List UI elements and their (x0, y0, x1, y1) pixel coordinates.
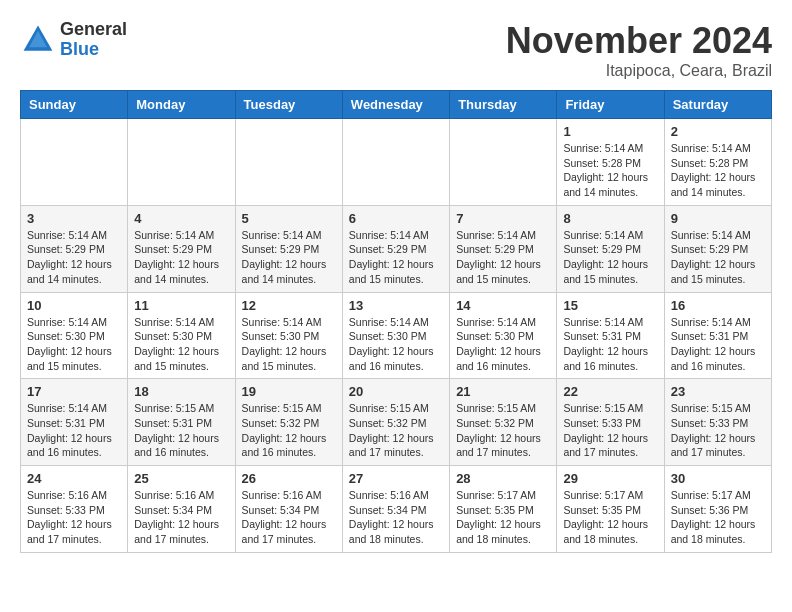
day-info: Sunrise: 5:14 AM Sunset: 5:29 PM Dayligh… (456, 228, 550, 287)
calendar-cell: 1Sunrise: 5:14 AM Sunset: 5:28 PM Daylig… (557, 119, 664, 206)
calendar-cell: 21Sunrise: 5:15 AM Sunset: 5:32 PM Dayli… (450, 379, 557, 466)
day-header-saturday: Saturday (664, 91, 771, 119)
calendar-week-row: 1Sunrise: 5:14 AM Sunset: 5:28 PM Daylig… (21, 119, 772, 206)
month-title: November 2024 (506, 20, 772, 62)
day-info: Sunrise: 5:14 AM Sunset: 5:30 PM Dayligh… (349, 315, 443, 374)
day-info: Sunrise: 5:15 AM Sunset: 5:33 PM Dayligh… (563, 401, 657, 460)
day-info: Sunrise: 5:15 AM Sunset: 5:32 PM Dayligh… (242, 401, 336, 460)
calendar-cell (128, 119, 235, 206)
calendar-cell: 16Sunrise: 5:14 AM Sunset: 5:31 PM Dayli… (664, 292, 771, 379)
day-info: Sunrise: 5:14 AM Sunset: 5:29 PM Dayligh… (134, 228, 228, 287)
day-number: 12 (242, 298, 336, 313)
day-number: 22 (563, 384, 657, 399)
calendar-cell: 6Sunrise: 5:14 AM Sunset: 5:29 PM Daylig… (342, 205, 449, 292)
day-number: 25 (134, 471, 228, 486)
day-info: Sunrise: 5:14 AM Sunset: 5:30 PM Dayligh… (456, 315, 550, 374)
day-info: Sunrise: 5:16 AM Sunset: 5:33 PM Dayligh… (27, 488, 121, 547)
location: Itapipoca, Ceara, Brazil (506, 62, 772, 80)
day-number: 10 (27, 298, 121, 313)
day-number: 1 (563, 124, 657, 139)
day-info: Sunrise: 5:15 AM Sunset: 5:33 PM Dayligh… (671, 401, 765, 460)
calendar-cell: 24Sunrise: 5:16 AM Sunset: 5:33 PM Dayli… (21, 466, 128, 553)
day-number: 28 (456, 471, 550, 486)
day-info: Sunrise: 5:14 AM Sunset: 5:31 PM Dayligh… (27, 401, 121, 460)
day-header-friday: Friday (557, 91, 664, 119)
calendar-table: SundayMondayTuesdayWednesdayThursdayFrid… (20, 90, 772, 553)
day-info: Sunrise: 5:15 AM Sunset: 5:32 PM Dayligh… (349, 401, 443, 460)
day-number: 9 (671, 211, 765, 226)
day-number: 6 (349, 211, 443, 226)
day-header-monday: Monday (128, 91, 235, 119)
day-number: 5 (242, 211, 336, 226)
calendar-cell (342, 119, 449, 206)
day-number: 17 (27, 384, 121, 399)
day-info: Sunrise: 5:14 AM Sunset: 5:29 PM Dayligh… (349, 228, 443, 287)
day-header-sunday: Sunday (21, 91, 128, 119)
calendar-cell: 30Sunrise: 5:17 AM Sunset: 5:36 PM Dayli… (664, 466, 771, 553)
calendar-cell: 23Sunrise: 5:15 AM Sunset: 5:33 PM Dayli… (664, 379, 771, 466)
day-header-tuesday: Tuesday (235, 91, 342, 119)
day-number: 11 (134, 298, 228, 313)
day-number: 15 (563, 298, 657, 313)
day-number: 24 (27, 471, 121, 486)
day-number: 27 (349, 471, 443, 486)
day-info: Sunrise: 5:14 AM Sunset: 5:31 PM Dayligh… (671, 315, 765, 374)
calendar-cell: 2Sunrise: 5:14 AM Sunset: 5:28 PM Daylig… (664, 119, 771, 206)
day-info: Sunrise: 5:15 AM Sunset: 5:32 PM Dayligh… (456, 401, 550, 460)
day-info: Sunrise: 5:14 AM Sunset: 5:29 PM Dayligh… (242, 228, 336, 287)
calendar-week-row: 3Sunrise: 5:14 AM Sunset: 5:29 PM Daylig… (21, 205, 772, 292)
day-info: Sunrise: 5:15 AM Sunset: 5:31 PM Dayligh… (134, 401, 228, 460)
calendar-cell: 29Sunrise: 5:17 AM Sunset: 5:35 PM Dayli… (557, 466, 664, 553)
day-info: Sunrise: 5:16 AM Sunset: 5:34 PM Dayligh… (242, 488, 336, 547)
calendar-cell (21, 119, 128, 206)
calendar-cell (450, 119, 557, 206)
day-number: 23 (671, 384, 765, 399)
calendar-cell: 3Sunrise: 5:14 AM Sunset: 5:29 PM Daylig… (21, 205, 128, 292)
calendar-cell: 17Sunrise: 5:14 AM Sunset: 5:31 PM Dayli… (21, 379, 128, 466)
page-header: General Blue November 2024 Itapipoca, Ce… (20, 20, 772, 80)
day-info: Sunrise: 5:14 AM Sunset: 5:29 PM Dayligh… (563, 228, 657, 287)
calendar-cell: 18Sunrise: 5:15 AM Sunset: 5:31 PM Dayli… (128, 379, 235, 466)
calendar-cell: 28Sunrise: 5:17 AM Sunset: 5:35 PM Dayli… (450, 466, 557, 553)
calendar-header-row: SundayMondayTuesdayWednesdayThursdayFrid… (21, 91, 772, 119)
day-number: 14 (456, 298, 550, 313)
day-info: Sunrise: 5:16 AM Sunset: 5:34 PM Dayligh… (134, 488, 228, 547)
day-info: Sunrise: 5:14 AM Sunset: 5:28 PM Dayligh… (563, 141, 657, 200)
calendar-cell: 22Sunrise: 5:15 AM Sunset: 5:33 PM Dayli… (557, 379, 664, 466)
title-block: November 2024 Itapipoca, Ceara, Brazil (506, 20, 772, 80)
logo-general-text: General (60, 20, 127, 40)
day-info: Sunrise: 5:14 AM Sunset: 5:28 PM Dayligh… (671, 141, 765, 200)
calendar-cell: 11Sunrise: 5:14 AM Sunset: 5:30 PM Dayli… (128, 292, 235, 379)
day-number: 16 (671, 298, 765, 313)
day-info: Sunrise: 5:17 AM Sunset: 5:35 PM Dayligh… (456, 488, 550, 547)
day-info: Sunrise: 5:14 AM Sunset: 5:30 PM Dayligh… (134, 315, 228, 374)
calendar-cell (235, 119, 342, 206)
day-info: Sunrise: 5:14 AM Sunset: 5:30 PM Dayligh… (27, 315, 121, 374)
day-number: 21 (456, 384, 550, 399)
day-info: Sunrise: 5:14 AM Sunset: 5:31 PM Dayligh… (563, 315, 657, 374)
calendar-week-row: 24Sunrise: 5:16 AM Sunset: 5:33 PM Dayli… (21, 466, 772, 553)
logo: General Blue (20, 20, 127, 60)
calendar-cell: 12Sunrise: 5:14 AM Sunset: 5:30 PM Dayli… (235, 292, 342, 379)
calendar-cell: 26Sunrise: 5:16 AM Sunset: 5:34 PM Dayli… (235, 466, 342, 553)
calendar-week-row: 10Sunrise: 5:14 AM Sunset: 5:30 PM Dayli… (21, 292, 772, 379)
day-info: Sunrise: 5:14 AM Sunset: 5:30 PM Dayligh… (242, 315, 336, 374)
calendar-cell: 10Sunrise: 5:14 AM Sunset: 5:30 PM Dayli… (21, 292, 128, 379)
day-number: 13 (349, 298, 443, 313)
day-number: 29 (563, 471, 657, 486)
day-info: Sunrise: 5:17 AM Sunset: 5:35 PM Dayligh… (563, 488, 657, 547)
calendar-cell: 25Sunrise: 5:16 AM Sunset: 5:34 PM Dayli… (128, 466, 235, 553)
day-number: 19 (242, 384, 336, 399)
day-number: 4 (134, 211, 228, 226)
day-number: 7 (456, 211, 550, 226)
day-number: 2 (671, 124, 765, 139)
calendar-cell: 15Sunrise: 5:14 AM Sunset: 5:31 PM Dayli… (557, 292, 664, 379)
logo-blue-text: Blue (60, 40, 127, 60)
calendar-cell: 4Sunrise: 5:14 AM Sunset: 5:29 PM Daylig… (128, 205, 235, 292)
day-header-thursday: Thursday (450, 91, 557, 119)
day-number: 30 (671, 471, 765, 486)
calendar-cell: 14Sunrise: 5:14 AM Sunset: 5:30 PM Dayli… (450, 292, 557, 379)
day-info: Sunrise: 5:16 AM Sunset: 5:34 PM Dayligh… (349, 488, 443, 547)
calendar-cell: 8Sunrise: 5:14 AM Sunset: 5:29 PM Daylig… (557, 205, 664, 292)
calendar-cell: 20Sunrise: 5:15 AM Sunset: 5:32 PM Dayli… (342, 379, 449, 466)
